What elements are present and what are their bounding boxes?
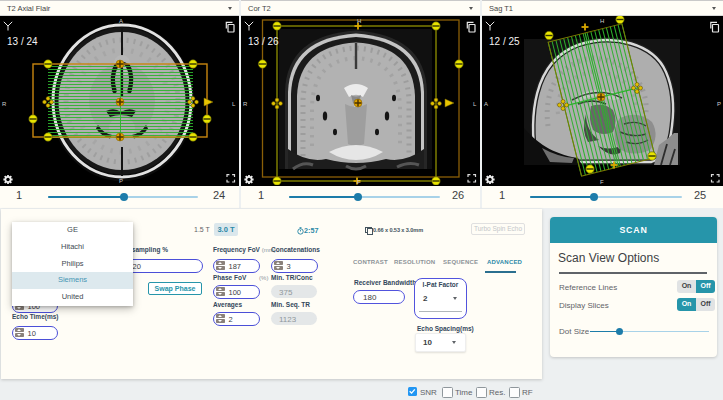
svg-text:R: R [2,101,7,107]
svg-text:P: P [717,101,721,107]
svg-text:A: A [119,18,123,24]
svg-text:F: F [600,179,604,185]
svg-text:P: P [119,178,123,184]
svg-text:H: H [600,18,604,24]
svg-text:A: A [484,101,488,107]
svg-text:13 / 24: 13 / 24 [7,36,38,47]
svg-text:12 / 25: 12 / 25 [489,36,520,47]
svg-text:L: L [473,101,477,107]
svg-text:F: F [357,179,361,185]
svg-text:L: L [232,101,236,107]
svg-text:13 / 26: 13 / 26 [248,36,279,47]
svg-text:R: R [243,101,248,107]
svg-text:H: H [357,18,361,24]
